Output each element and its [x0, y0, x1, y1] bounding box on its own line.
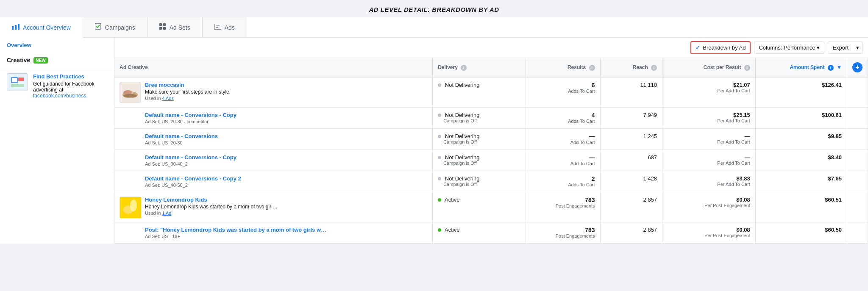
svg-rect-14 [18, 78, 24, 81]
ad-info: Default name - Conversions - Copy Ad Set… [120, 112, 236, 124]
add-column-button[interactable]: + [852, 62, 862, 72]
amount-info-icon[interactable]: i [828, 65, 834, 71]
ad-name[interactable]: Default name - Conversions [145, 133, 218, 139]
reach-cell: 2,857 [600, 222, 662, 244]
breakdown-by-ad-button[interactable]: ✓ Breakdown by Ad [690, 41, 751, 54]
sort-down-icon[interactable]: ▼ [837, 64, 842, 70]
ad-thumbnail [120, 197, 141, 218]
ad-sub-link[interactable]: 1 Ad [162, 211, 171, 216]
cost-main: $0.08 [668, 197, 750, 203]
extra-col [847, 108, 868, 129]
results-cell: 2 Adds To Cart [526, 171, 600, 192]
amount-cell: $8.40 [755, 150, 847, 171]
table-row: Bree moccasin Make sure your first steps… [114, 77, 868, 108]
new-badge: NEW [33, 57, 47, 64]
delivery-cell: Not Delivering Campaign is Off [433, 171, 526, 192]
results-num: — [531, 133, 595, 140]
cost-main: — [668, 133, 750, 139]
reach-cell: 1,245 [600, 129, 662, 150]
results-cell: 6 Adds To Cart [526, 77, 600, 108]
cost-cell: $0.08 Per Post Engagement [662, 222, 756, 244]
columns-label: Columns: Performance [759, 44, 815, 51]
ad-sub: Ad Set: US_40-50_2 [145, 183, 241, 188]
sidebar-item-creative[interactable]: Creative NEW [0, 53, 114, 68]
amount-cell: $9.85 [755, 129, 847, 150]
cost-main: $0.08 [668, 227, 750, 233]
delivery-status: Not Delivering [445, 175, 480, 182]
export-chevron-button[interactable]: ▾ [853, 42, 863, 54]
fbp-link[interactable]: facebook.com/business. [33, 93, 88, 99]
results-type: Post Engagements [531, 203, 595, 208]
cost-cell: $3.83 Per Add To Cart [662, 171, 756, 192]
ad-info: Default name - Conversions - Copy 2 Ad S… [120, 175, 241, 188]
amount-cell: $100.61 [755, 108, 847, 129]
ad-info: Default name - Conversions Ad Set: US_20… [120, 133, 218, 145]
reach-info-icon[interactable]: i [651, 65, 657, 71]
delivery-status: Not Delivering [445, 112, 480, 118]
ad-name[interactable]: Default name - Conversions - Copy [145, 154, 236, 161]
tab-ad-sets-label: Ad Sets [170, 24, 190, 31]
results-cell: 4 Adds To Cart [526, 108, 600, 129]
delivery-cell: Not Delivering [433, 77, 526, 108]
delivery-sub: Campaign is Off [438, 161, 520, 166]
delivery-cell: Not Delivering Campaign is Off [433, 150, 526, 171]
ad-thumbnail [120, 82, 141, 103]
reach-cell: 687 [600, 150, 662, 171]
svg-rect-5 [163, 23, 166, 26]
ad-creative-cell: Bree moccasin Make sure your first steps… [114, 77, 433, 108]
amount-cell: $126.41 [755, 77, 847, 108]
ad-info: Post: "Honey Lemondrop Kids was started … [120, 227, 326, 239]
tab-ads-label: Ads [225, 24, 235, 31]
svg-point-22 [130, 200, 137, 211]
tab-campaigns[interactable]: Campaigns [83, 17, 147, 38]
col-header-amount-spent: Amount Spent i ▼ [755, 58, 847, 77]
cost-main: $3.83 [668, 175, 750, 182]
tab-account-overview[interactable]: Account Overview [0, 17, 83, 38]
delivery-dot [438, 177, 441, 180]
results-type: Post Engagements [531, 233, 595, 238]
ad-desc: Honey Lemondrop Kids was started by a mo… [145, 204, 278, 210]
ad-sub: Used in 4 Ads [145, 96, 231, 101]
ad-name[interactable]: Post: "Honey Lemondrop Kids was started … [145, 227, 326, 233]
table-row: Default name - Conversions - Copy Ad Set… [114, 108, 868, 129]
table-row: Default name - Conversions - Copy Ad Set… [114, 150, 868, 171]
ad-desc: Make sure your first steps are in style. [145, 89, 231, 95]
columns-button[interactable]: Columns: Performance ▾ [754, 42, 824, 54]
results-num: — [531, 154, 595, 161]
results-info-icon[interactable]: i [589, 65, 595, 71]
ad-info: Bree moccasin Make sure your first steps… [145, 82, 231, 101]
extra-col [847, 192, 868, 222]
ad-name[interactable]: Honey Lemondrop Kids [145, 197, 278, 203]
col-header-delivery: Delivery i [433, 58, 526, 77]
fbp-icon [7, 73, 28, 91]
results-type: Add To Cart [531, 161, 595, 166]
toolbar: ✓ Breakdown by Ad Columns: Performance ▾… [114, 38, 868, 58]
ad-sub-link[interactable]: 4 Ads [162, 96, 174, 101]
cost-main: $25.15 [668, 112, 750, 118]
ad-name[interactable]: Bree moccasin [145, 82, 231, 88]
svg-point-19 [123, 94, 137, 97]
svg-rect-1 [15, 25, 17, 30]
tab-ad-sets[interactable]: Ad Sets [147, 17, 203, 38]
results-cell: — Add To Cart [526, 129, 600, 150]
reach-cell: 2,857 [600, 192, 662, 222]
sidebar-item-overview[interactable]: Overview [0, 38, 114, 53]
find-best-practices: Find Best Practices Get guidance for Fac… [0, 68, 114, 104]
tab-ads[interactable]: Ads [203, 17, 247, 38]
fbp-text: Find Best Practices Get guidance for Fac… [33, 73, 107, 99]
delivery-dot [438, 156, 441, 159]
ad-sub: Ad Set: US_20-30 [145, 140, 218, 145]
cost-sub: Per Add To Cart [668, 118, 750, 123]
ad-name[interactable]: Default name - Conversions - Copy [145, 112, 236, 118]
check-square-icon [95, 23, 102, 31]
ad-icon [214, 24, 221, 31]
col-header-add: + [847, 58, 868, 77]
ad-name[interactable]: Default name - Conversions - Copy 2 [145, 175, 241, 182]
cost-info-icon[interactable]: i [744, 65, 750, 71]
ad-sub: Used in 1 Ad [145, 211, 278, 216]
reach-cell: 1,428 [600, 171, 662, 192]
delivery-info-icon[interactable]: i [461, 65, 467, 71]
export-button[interactable]: Export [828, 42, 853, 54]
extra-col [847, 129, 868, 150]
ad-info: Default name - Conversions - Copy Ad Set… [120, 154, 236, 166]
